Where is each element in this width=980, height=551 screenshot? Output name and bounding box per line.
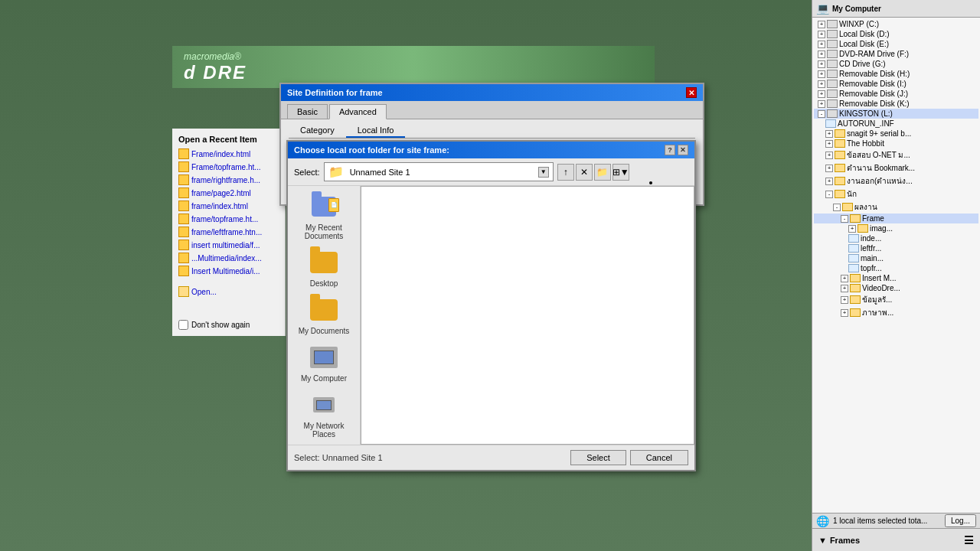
close-icon[interactable]: ✕ [678, 145, 688, 155]
my-recent-documents[interactable]: 📄 My Recent Documents [292, 192, 356, 240]
tree-item[interactable]: + Removable Disk (K:) [814, 99, 978, 109]
globe-icon: 🌐 [816, 515, 829, 527]
dropdown-arrow-icon[interactable]: ▼ [538, 167, 549, 178]
nav-icons: ↑ ✕ 📁 ⊞▼ [557, 164, 629, 181]
tab-local-info[interactable]: Local Info [346, 124, 406, 138]
tree-item[interactable]: + ข้อสอบ O-NET ม... [814, 148, 978, 161]
file-icon [848, 234, 859, 243]
tree-item[interactable]: - Frame [814, 214, 978, 223]
tree-label: งานออก(ตำแหน่ง... [847, 175, 913, 187]
expand-icon[interactable]: - [833, 204, 841, 211]
select-dropdown[interactable]: 📁 Unnamed Site 1 ▼ [324, 162, 554, 181]
new-folder-icon[interactable]: 📁 [594, 164, 611, 181]
expand-icon[interactable]: + [818, 51, 825, 58]
tree-item[interactable]: + CD Drive (G:) [814, 59, 978, 69]
my-computer-place[interactable]: My Computer [292, 343, 356, 383]
tab-advanced[interactable]: Advanced [329, 104, 387, 119]
tree-item[interactable]: inde... [814, 233, 978, 243]
list-item[interactable]: ...Multimedia/index... [178, 253, 279, 263]
tree-item[interactable]: + ตำนาน Bookmark... [814, 161, 978, 174]
hdd-icon [827, 90, 838, 98]
list-item[interactable]: frame/leftframe.htn... [178, 227, 279, 237]
dont-show-checkbox[interactable] [178, 320, 188, 330]
list-item[interactable]: Insert Multimedia/i... [178, 266, 279, 276]
open-button[interactable]: Open... [178, 286, 279, 297]
view-icon[interactable]: ⊞▼ [612, 164, 629, 181]
tree-item[interactable]: + งานออก(ตำแหน่ง... [814, 174, 978, 187]
tree-item[interactable]: + The Hobbit [814, 139, 978, 148]
list-item[interactable]: frame/page2.html [178, 187, 279, 198]
tree-item[interactable]: main... [814, 253, 978, 263]
expand-icon[interactable]: + [841, 296, 848, 304]
tree-item[interactable]: topfr... [814, 263, 978, 273]
tree-item[interactable]: + Local Disk (E:) [814, 39, 978, 49]
expand-icon[interactable]: + [841, 275, 848, 282]
expand-icon[interactable]: + [818, 70, 825, 78]
tree-item[interactable]: + Removable Disk (J:) [814, 89, 978, 99]
cancel-button[interactable]: Cancel [630, 450, 688, 465]
expand-icon[interactable]: + [825, 140, 833, 148]
expand-icon[interactable]: + [818, 41, 825, 48]
chooser-filearea[interactable] [361, 186, 694, 445]
tree-item[interactable]: + ข้อมูลรั... [814, 293, 978, 306]
expand-icon[interactable]: + [825, 152, 833, 159]
tree-item[interactable]: leftfr... [814, 243, 978, 253]
expand-icon[interactable]: + [818, 21, 825, 28]
tree-item[interactable]: + ภาษาพ... [814, 306, 978, 319]
tree-item[interactable]: + imag... [814, 223, 978, 233]
arrow-icon: ▼ [818, 536, 827, 545]
folder-icon [835, 164, 845, 172]
folder-icon [842, 203, 853, 211]
tree-item[interactable]: + Removable Disk (H:) [814, 69, 978, 79]
expand-icon[interactable]: + [848, 225, 856, 233]
select-button[interactable]: Select [570, 450, 626, 465]
desktop-place[interactable]: Desktop [292, 248, 356, 288]
my-network-place[interactable]: My Network Places [292, 390, 356, 439]
up-icon[interactable]: ↑ [557, 164, 574, 181]
log-button[interactable]: Log... [945, 514, 976, 527]
chooser-buttons: Select Cancel [570, 450, 688, 465]
tree-item[interactable]: + VideoDre... [814, 283, 978, 293]
list-item[interactable]: insert multimedia/f... [178, 240, 279, 250]
list-item[interactable]: frame/rightframe.h... [178, 174, 279, 185]
folder-icon [835, 177, 845, 185]
close-icon[interactable]: ✕ [686, 87, 697, 98]
file-icon [825, 119, 836, 128]
tree-item[interactable]: + WINXP (C:) [814, 19, 978, 29]
tree-item[interactable]: + DVD-RAM Drive (F:) [814, 49, 978, 59]
expand-icon[interactable]: + [818, 31, 825, 38]
tab-basic[interactable]: Basic [287, 104, 328, 119]
list-item[interactable]: Frame/index.html [178, 148, 279, 159]
delete-icon[interactable]: ✕ [576, 164, 593, 181]
tree-item[interactable]: + Removable Disk (I:) [814, 79, 978, 89]
tree-item[interactable]: AUTORUN_.INF [814, 119, 978, 129]
tree-item[interactable]: - KINGSTON (L:) [814, 109, 978, 119]
list-item[interactable]: Frame/topframe.ht... [178, 161, 279, 172]
expand-icon[interactable]: + [818, 60, 825, 68]
expand-icon[interactable]: + [825, 130, 833, 138]
tree-label: Local Disk (D:) [839, 30, 890, 38]
expand-icon[interactable]: + [825, 178, 833, 185]
tree-item[interactable]: + snagit 9+ serial b... [814, 129, 978, 139]
expand-icon[interactable]: - [841, 215, 848, 223]
expand-icon[interactable]: + [818, 80, 825, 88]
list-item[interactable]: frame/index.html [178, 201, 279, 211]
expand-icon[interactable]: + [818, 90, 825, 98]
tree-item[interactable]: + Local Disk (D:) [814, 29, 978, 39]
folder-icon [850, 295, 861, 304]
expand-icon[interactable]: + [818, 100, 825, 108]
expand-icon[interactable]: + [825, 165, 833, 172]
expand-icon[interactable]: + [841, 309, 848, 317]
list-item[interactable]: frame/topframe.ht... [178, 214, 279, 224]
tree-item[interactable]: - นัก [814, 187, 978, 201]
expand-icon[interactable]: + [841, 285, 848, 292]
expand-icon[interactable]: - [818, 110, 825, 118]
panel-options-icon[interactable]: ☰ [964, 534, 974, 546]
tree-item[interactable]: + Insert M... [814, 273, 978, 283]
expand-icon[interactable]: - [825, 191, 833, 198]
tree-item[interactable]: - ผลงาน [814, 201, 978, 214]
my-computer-label: My Computer [301, 374, 347, 383]
my-documents-place[interactable]: My Documents [292, 295, 356, 335]
help-icon[interactable]: ? [665, 145, 675, 155]
tab-category[interactable]: Category [289, 124, 346, 138]
